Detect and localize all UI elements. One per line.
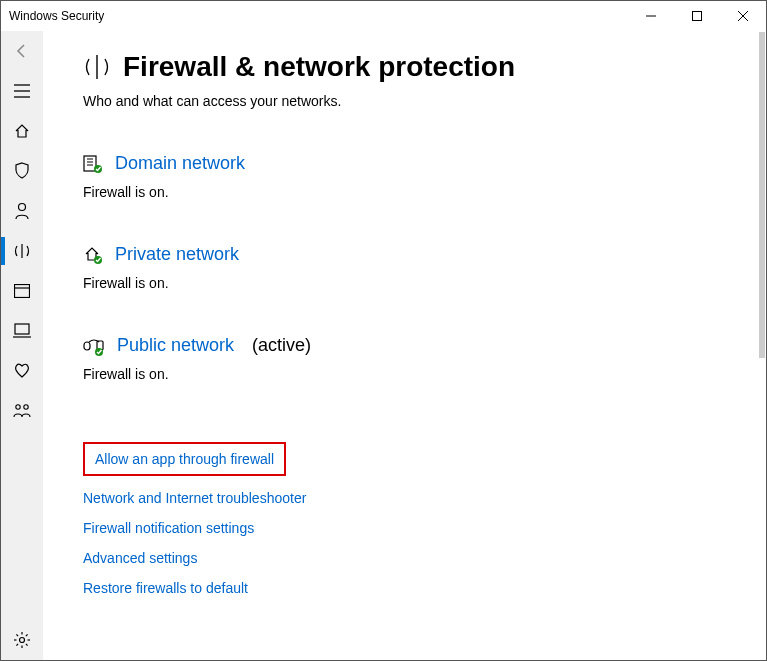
title-bar: Windows Security <box>1 1 766 31</box>
allow-app-link[interactable]: Allow an app through firewall <box>95 451 274 467</box>
svg-rect-8 <box>15 285 30 298</box>
page-header: Firewall & network protection <box>83 51 766 83</box>
scrollbar[interactable] <box>759 32 765 358</box>
family-options-icon[interactable] <box>1 391 43 431</box>
page-title: Firewall & network protection <box>123 51 515 83</box>
device-performance-icon[interactable] <box>1 351 43 391</box>
svg-rect-1 <box>693 12 702 21</box>
private-network-status: Firewall is on. <box>83 275 766 291</box>
svg-rect-29 <box>84 342 90 350</box>
content-area: Firewall & network protection Who and wh… <box>43 31 766 660</box>
menu-button[interactable] <box>1 71 43 111</box>
settings-links: Allow an app through firewall Network an… <box>83 442 766 596</box>
home-icon[interactable] <box>1 111 43 151</box>
domain-network-section: Domain network Firewall is on. <box>83 153 766 200</box>
firewall-page-icon <box>83 53 111 81</box>
settings-icon[interactable] <box>1 620 43 660</box>
minimize-button[interactable] <box>628 1 674 31</box>
page-subtitle: Who and what can access your networks. <box>83 93 766 109</box>
app-browser-icon[interactable] <box>1 271 43 311</box>
advanced-settings-link[interactable]: Advanced settings <box>83 550 766 566</box>
account-icon[interactable] <box>1 191 43 231</box>
svg-line-21 <box>26 634 28 636</box>
device-security-icon[interactable] <box>1 311 43 351</box>
svg-point-13 <box>24 405 28 409</box>
shield-icon[interactable] <box>1 151 43 191</box>
public-network-link[interactable]: Public network <box>117 335 234 356</box>
svg-point-14 <box>20 638 25 643</box>
domain-network-icon <box>83 154 103 174</box>
sidebar <box>1 31 43 660</box>
svg-line-22 <box>16 644 18 646</box>
back-button[interactable] <box>1 31 43 71</box>
svg-point-12 <box>16 405 20 409</box>
private-network-section: Private network Firewall is on. <box>83 244 766 291</box>
public-network-icon <box>83 336 105 356</box>
window-title: Windows Security <box>9 9 104 23</box>
notifications-link[interactable]: Firewall notification settings <box>83 520 766 536</box>
svg-line-20 <box>26 644 28 646</box>
maximize-button[interactable] <box>674 1 720 31</box>
window-controls <box>628 1 766 31</box>
private-network-icon <box>83 245 103 265</box>
public-network-status: Firewall is on. <box>83 366 766 382</box>
restore-defaults-link[interactable]: Restore firewalls to default <box>83 580 766 596</box>
allow-app-highlight: Allow an app through firewall <box>83 442 286 476</box>
public-network-active-label: (active) <box>252 335 311 356</box>
domain-network-link[interactable]: Domain network <box>115 153 245 174</box>
svg-rect-10 <box>15 324 29 334</box>
private-network-link[interactable]: Private network <box>115 244 239 265</box>
firewall-icon[interactable] <box>1 231 43 271</box>
troubleshooter-link[interactable]: Network and Internet troubleshooter <box>83 490 766 506</box>
close-button[interactable] <box>720 1 766 31</box>
svg-line-19 <box>16 634 18 636</box>
svg-point-7 <box>19 204 26 211</box>
public-network-section: Public network (active) Firewall is on. <box>83 335 766 382</box>
domain-network-status: Firewall is on. <box>83 184 766 200</box>
